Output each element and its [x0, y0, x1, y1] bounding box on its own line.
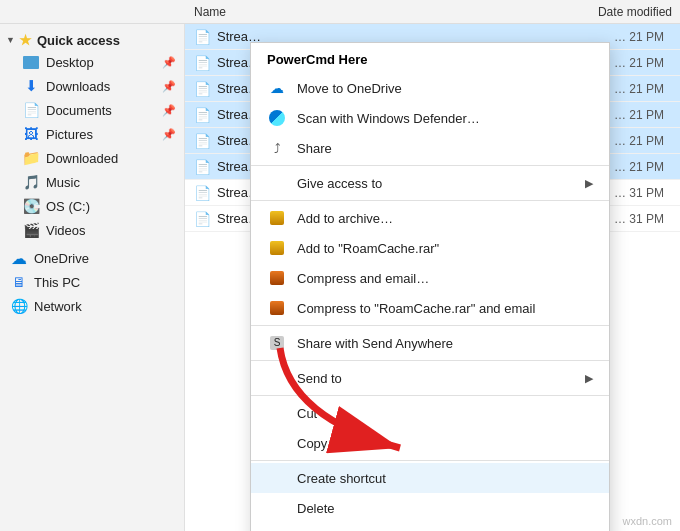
menu-item-rename[interactable]: Rename: [251, 523, 609, 531]
submenu-arrow-icon: ▶: [585, 372, 593, 385]
menu-item-label: Send to: [297, 371, 585, 386]
menu-item-move-to-onedrive[interactable]: ☁Move to OneDrive: [251, 73, 609, 103]
menu-item-label: Scan with Windows Defender…: [297, 111, 593, 126]
menu-item-icon: [267, 268, 287, 288]
pin-icon: 📌: [162, 56, 176, 69]
menu-item-compress-roam-email[interactable]: Compress to "RoamCache.rar" and email: [251, 293, 609, 323]
file-icon: 📄: [193, 132, 211, 150]
sidebar-item-pictures[interactable]: 🖼 Pictures 📌: [0, 122, 184, 146]
star-icon: ★: [19, 32, 32, 48]
sidebar-item-label: Music: [46, 175, 80, 190]
menu-item-icon: [267, 173, 287, 193]
menu-item-add-archive[interactable]: Add to archive…: [251, 203, 609, 233]
sidebar-item-downloaded[interactable]: 📁 Downloaded: [0, 146, 184, 170]
file-icon: 📄: [193, 80, 211, 98]
onedrive-icon: ☁: [10, 249, 28, 267]
sidebar-item-music[interactable]: 🎵 Music: [0, 170, 184, 194]
pictures-icon: 🖼: [22, 125, 40, 143]
col-date-header: Date modified: [480, 5, 680, 19]
sidebar-item-label: OneDrive: [34, 251, 89, 266]
menu-item-label: Compress to "RoamCache.rar" and email: [297, 301, 593, 316]
menu-item-compress-email[interactable]: Compress and email…: [251, 263, 609, 293]
menu-item-icon: [267, 238, 287, 258]
sidebar-item-network[interactable]: 🌐 Network: [0, 294, 184, 318]
menu-item-label: Share: [297, 141, 593, 156]
sidebar-item-label: Pictures: [46, 127, 93, 142]
file-icon: 📄: [193, 106, 211, 124]
menu-item-icon: [267, 468, 287, 488]
column-headers: Name Date modified: [0, 0, 680, 24]
menu-item-icon: [267, 403, 287, 423]
downloads-icon: ⬇: [22, 77, 40, 95]
menu-item-icon: [267, 298, 287, 318]
menu-item-scan-defender[interactable]: Scan with Windows Defender…: [251, 103, 609, 133]
menu-item-label: Add to archive…: [297, 211, 593, 226]
col-name-header: Name: [190, 5, 480, 19]
menu-item-add-roamcache[interactable]: Add to "RoamCache.rar": [251, 233, 609, 263]
menu-separator: [251, 360, 609, 361]
videos-icon: 🎬: [22, 221, 40, 239]
file-icon: 📄: [193, 158, 211, 176]
desktop-icon: [22, 53, 40, 71]
menu-separator: [251, 325, 609, 326]
sidebar: ▼ ★ Quick access Desktop 📌 ⬇ Downloads 📌…: [0, 24, 185, 531]
menu-item-label: Compress and email…: [297, 271, 593, 286]
menu-item-copy[interactable]: Copy: [251, 428, 609, 458]
menu-item-send-to[interactable]: Send to▶: [251, 363, 609, 393]
menu-item-label: Copy: [297, 436, 593, 451]
menu-item-icon: [267, 433, 287, 453]
sidebar-item-label: Documents: [46, 103, 112, 118]
menu-separator: [251, 395, 609, 396]
file-icon: 📄: [193, 54, 211, 72]
watermark: wxdn.com: [622, 515, 672, 527]
menu-item-share[interactable]: ⤴Share: [251, 133, 609, 163]
menu-item-label: Move to OneDrive: [297, 81, 593, 96]
sidebar-item-onedrive[interactable]: ☁ OneDrive: [0, 246, 184, 270]
menu-item-icon: [267, 498, 287, 518]
menu-separator: [251, 165, 609, 166]
menu-item-icon: ☁: [267, 78, 287, 98]
sidebar-item-label: Videos: [46, 223, 86, 238]
documents-icon: 📄: [22, 101, 40, 119]
pin-icon: 📌: [162, 128, 176, 141]
network-icon: 🌐: [10, 297, 28, 315]
menu-item-label: Create shortcut: [297, 471, 593, 486]
computer-icon: 🖥: [10, 273, 28, 291]
menu-item-label: Give access to: [297, 176, 585, 191]
menu-item-icon: ⤴: [267, 138, 287, 158]
sidebar-item-desktop[interactable]: Desktop 📌: [0, 50, 184, 74]
file-icon: 📄: [193, 210, 211, 228]
sidebar-item-osc[interactable]: 💽 OS (C:): [0, 194, 184, 218]
sidebar-item-downloads[interactable]: ⬇ Downloads 📌: [0, 74, 184, 98]
sidebar-section-quickaccess[interactable]: ▼ ★ Quick access: [0, 28, 184, 50]
menu-item-label: Add to "RoamCache.rar": [297, 241, 593, 256]
sidebar-item-label: OS (C:): [46, 199, 90, 214]
menu-item-give-access[interactable]: Give access to▶: [251, 168, 609, 198]
menu-item-icon: S: [267, 333, 287, 353]
music-icon: 🎵: [22, 173, 40, 191]
menu-item-share-anywhere[interactable]: SShare with Send Anywhere: [251, 328, 609, 358]
menu-item-label: Cut: [297, 406, 593, 421]
downloaded-icon: 📁: [22, 149, 40, 167]
drive-icon: 💽: [22, 197, 40, 215]
context-menu: PowerCmd Here ☁Move to OneDriveScan with…: [250, 42, 610, 531]
pin-icon: 📌: [162, 80, 176, 93]
pin-icon: 📌: [162, 104, 176, 117]
sidebar-item-label: Downloaded: [46, 151, 118, 166]
sidebar-item-documents[interactable]: 📄 Documents 📌: [0, 98, 184, 122]
context-menu-header: PowerCmd Here: [251, 46, 609, 73]
menu-separator: [251, 200, 609, 201]
sidebar-item-label: This PC: [34, 275, 80, 290]
quickaccess-label: Quick access: [37, 33, 120, 48]
menu-item-label: Share with Send Anywhere: [297, 336, 593, 351]
menu-separator: [251, 460, 609, 461]
sidebar-item-thispc[interactable]: 🖥 This PC: [0, 270, 184, 294]
menu-item-create-shortcut[interactable]: Create shortcut: [251, 463, 609, 493]
menu-item-icon: [267, 368, 287, 388]
file-icon: 📄: [193, 184, 211, 202]
file-list: 📄 Strea… … 21 PM 📄 Strea… … 21 PM 📄 Stre…: [185, 24, 680, 531]
menu-item-delete[interactable]: Delete: [251, 493, 609, 523]
submenu-arrow-icon: ▶: [585, 177, 593, 190]
sidebar-item-videos[interactable]: 🎬 Videos: [0, 218, 184, 242]
menu-item-cut[interactable]: Cut: [251, 398, 609, 428]
